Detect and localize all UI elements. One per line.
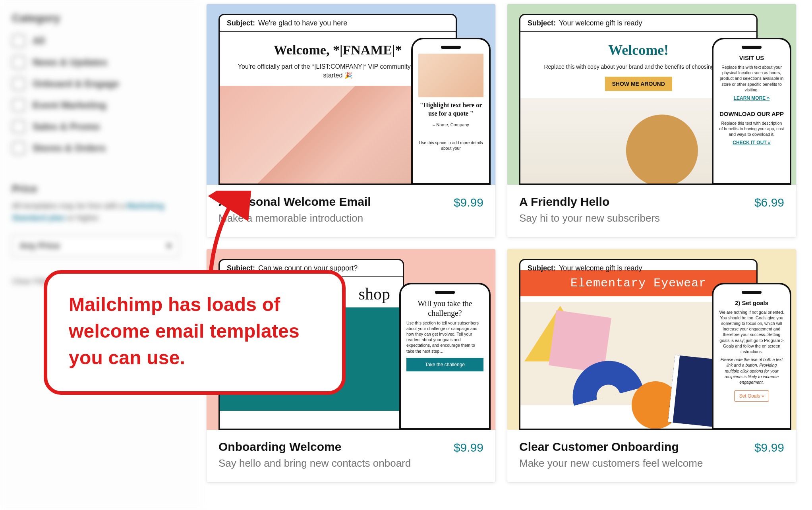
subject-label: Subject: bbox=[528, 264, 556, 272]
subject-text: We're glad to have you here bbox=[258, 19, 347, 27]
phone-image bbox=[418, 54, 483, 97]
phone-link: LEARN MORE » bbox=[719, 95, 784, 102]
template-meta: A Personal Welcome Email Make a memorabl… bbox=[207, 185, 495, 237]
phone-notch bbox=[742, 291, 762, 294]
checkbox[interactable] bbox=[12, 99, 25, 112]
phone-heading: 2) Set goals bbox=[719, 299, 784, 307]
template-price: $9.99 bbox=[754, 440, 784, 454]
template-grid: Subject: We're glad to have you here Wel… bbox=[203, 0, 812, 510]
price-heading: Price bbox=[12, 183, 191, 195]
phone-button: Take the challenge bbox=[406, 358, 483, 371]
template-card[interactable]: Subject: Your welcome gift is ready Elem… bbox=[507, 249, 796, 482]
annotation-callout: Mailchimp has loads of welcome email tem… bbox=[44, 270, 346, 395]
phone-body: Use this section to tell your subscriber… bbox=[406, 320, 483, 354]
phone-note: Please note the use of both a text link … bbox=[719, 357, 784, 385]
filter-sidebar: Category All News & Updates Onboard & En… bbox=[0, 0, 203, 510]
template-title: Onboarding Welcome bbox=[218, 440, 446, 454]
checkbox[interactable] bbox=[12, 56, 25, 69]
phone-notch bbox=[742, 46, 762, 49]
phone-link: CHECK IT OUT » bbox=[719, 139, 784, 146]
template-description: Say hi to your new subscribers bbox=[519, 212, 746, 225]
filter-row[interactable]: Onboard & Engage bbox=[12, 77, 191, 91]
phone-heading: VISIT US bbox=[719, 54, 784, 62]
filter-label: News & Updates bbox=[33, 57, 107, 68]
filter-row[interactable]: Event Marketing bbox=[12, 99, 191, 112]
phone-notch bbox=[441, 46, 461, 49]
template-title: Clear Customer Onboarding bbox=[519, 440, 746, 454]
phone-preview: 2) Set goals We are nothing if not goal … bbox=[712, 283, 791, 430]
price-select-label: Any Price bbox=[19, 241, 60, 251]
phone-preview: "Highlight text here or use for a quote … bbox=[411, 38, 491, 185]
phone-body: Replace this with text about your physic… bbox=[719, 64, 784, 93]
phone-note: Use this space to add more details about… bbox=[418, 140, 483, 151]
checkbox[interactable] bbox=[12, 77, 25, 91]
filter-row[interactable]: Sales & Promo bbox=[12, 120, 191, 133]
template-preview: Subject: We're glad to have you here Wel… bbox=[207, 4, 495, 185]
template-description: Make your new customers feel welcome bbox=[519, 457, 746, 470]
price-desc-text: All templates may be free with a bbox=[12, 201, 127, 210]
category-heading: Category bbox=[12, 12, 191, 25]
subject-label: Subject: bbox=[528, 19, 556, 27]
template-title: A Personal Welcome Email bbox=[218, 195, 446, 209]
price-description: All templates may be free with a Marketi… bbox=[12, 200, 191, 224]
filter-label: All bbox=[33, 35, 45, 46]
phone-preview: Will you take the challenge? Use this se… bbox=[399, 283, 491, 430]
chevron-down-icon: ▾ bbox=[167, 241, 171, 251]
checkbox[interactable] bbox=[12, 34, 25, 48]
filter-row[interactable]: News & Updates bbox=[12, 56, 191, 69]
template-price: $6.99 bbox=[754, 195, 784, 209]
filter-label: Onboard & Engage bbox=[33, 78, 119, 89]
annotation-text: Mailchimp has loads of welcome email tem… bbox=[69, 291, 321, 371]
template-price: $9.99 bbox=[454, 195, 483, 209]
email-cta-button: SHOW ME AROUND bbox=[605, 77, 672, 91]
phone-button: Set Goals » bbox=[734, 390, 769, 402]
subject-text: Your welcome gift is ready bbox=[559, 19, 642, 27]
template-card[interactable]: Subject: Your welcome gift is ready Welc… bbox=[507, 4, 796, 237]
subject-bar: Subject: Your welcome gift is ready bbox=[520, 15, 756, 32]
template-price: $9.99 bbox=[454, 440, 483, 454]
filter-row[interactable]: Stores & Orders bbox=[12, 141, 191, 155]
phone-preview: VISIT US Replace this with text about yo… bbox=[712, 38, 791, 185]
filter-row[interactable]: All bbox=[12, 34, 191, 48]
template-description: Make a memorable introduction bbox=[218, 212, 446, 225]
phone-heading: Will you take the challenge? bbox=[406, 299, 483, 318]
phone-notch bbox=[435, 291, 455, 294]
template-meta: A Friendly Hello Say hi to your new subs… bbox=[507, 185, 796, 237]
phone-heading: DOWNLOAD OUR APP bbox=[719, 110, 784, 118]
template-description: Say hello and bring new contacts onboard bbox=[218, 457, 446, 470]
template-title: A Friendly Hello bbox=[519, 195, 746, 209]
subject-label: Subject: bbox=[227, 19, 255, 27]
filter-label: Sales & Promo bbox=[33, 121, 100, 132]
phone-quote-author: – Name, Company bbox=[418, 122, 483, 128]
checkbox[interactable] bbox=[12, 120, 25, 133]
checkbox[interactable] bbox=[12, 141, 25, 155]
template-meta: Clear Customer Onboarding Make your new … bbox=[507, 430, 796, 482]
subject-bar: Subject: We're glad to have you here bbox=[220, 15, 456, 32]
template-card[interactable]: Subject: We're glad to have you here Wel… bbox=[207, 4, 495, 237]
filter-label: Stores & Orders bbox=[33, 143, 106, 154]
phone-body: We are nothing if not goal oriented. You… bbox=[719, 309, 784, 354]
price-select[interactable]: Any Price ▾ bbox=[12, 235, 179, 257]
filter-label: Event Marketing bbox=[33, 100, 106, 111]
phone-body: Replace this text with description of be… bbox=[719, 120, 784, 137]
template-preview: Subject: Your welcome gift is ready Welc… bbox=[507, 4, 796, 185]
phone-quote: "Highlight text here or use for a quote … bbox=[418, 101, 483, 118]
template-preview: Subject: Your welcome gift is ready Elem… bbox=[507, 249, 796, 430]
subject-text: Your welcome gift is ready bbox=[559, 264, 642, 272]
template-meta: Onboarding Welcome Say hello and bring n… bbox=[207, 430, 495, 482]
price-desc-text: or higher. bbox=[67, 213, 100, 222]
